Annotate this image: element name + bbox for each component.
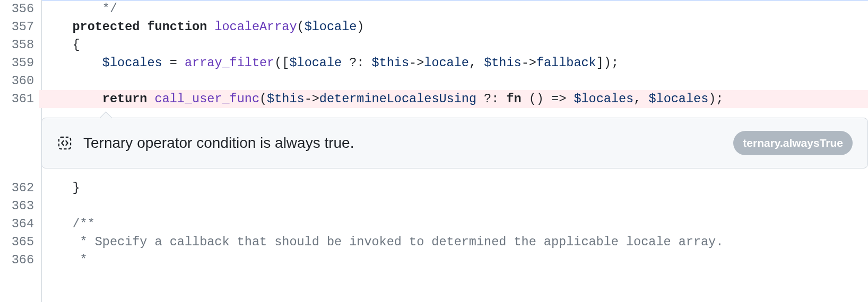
code-line[interactable]: 360 <box>0 72 868 90</box>
kw-protected: protected <box>72 20 140 34</box>
this: $this <box>372 56 410 70</box>
indent <box>42 2 102 16</box>
kw-return: return <box>102 92 147 106</box>
fn-arrow: => <box>551 92 566 106</box>
line-number: 361 <box>0 90 39 108</box>
line-number: 366 <box>0 251 39 269</box>
space <box>566 92 574 106</box>
line-content: return call_user_func($this->determineLo… <box>39 90 868 108</box>
code-viewer: 356 */ 357 protected function localeArra… <box>0 0 868 302</box>
member-fallback: fallback <box>536 56 596 70</box>
code-line[interactable]: 356 */ <box>0 0 868 18</box>
fn-array-filter: array_filter <box>185 56 274 70</box>
comment-close: */ <box>102 2 117 16</box>
code-scan-icon <box>57 135 73 151</box>
annotation-block: Ternary operator condition is always tru… <box>0 113 868 179</box>
indent <box>42 20 72 34</box>
arrow: -> <box>522 56 536 70</box>
line-content: $locales = array_filter([$locale ?: $thi… <box>39 54 868 72</box>
code-line-highlighted[interactable]: 361 return call_user_func($this->determi… <box>0 90 868 108</box>
member-locale: locale <box>424 56 469 70</box>
paren-open: ( <box>297 20 305 34</box>
equals: = <box>162 56 185 70</box>
arrow: -> <box>409 56 424 70</box>
doccomment-open: /** <box>72 217 94 231</box>
line-content: { <box>39 36 868 54</box>
code-line[interactable]: 359 $locales = array_filter([$locale ?: … <box>0 54 868 72</box>
svg-rect-0 <box>59 137 71 149</box>
code-line[interactable]: 358 { <box>0 36 868 54</box>
indent <box>42 181 72 195</box>
line-content: /** <box>39 215 868 233</box>
line-content: } <box>39 179 868 197</box>
code-line[interactable]: 357 protected function localeArray($loca… <box>0 18 868 36</box>
ternary: ?: <box>342 56 371 70</box>
line-number: 359 <box>0 54 39 72</box>
indent <box>42 56 102 70</box>
indent <box>42 92 102 106</box>
kw-fn: fn <box>506 92 521 106</box>
line-content: protected function localeArray($locale) <box>39 18 868 36</box>
var-locales: $locales <box>648 92 708 106</box>
line-number: 364 <box>0 215 39 233</box>
doccomment-star: * <box>72 253 87 267</box>
doccomment-line: * Specify a callback that should be invo… <box>72 235 723 249</box>
comma: , <box>633 92 648 106</box>
code-line[interactable]: 366 * <box>0 251 868 269</box>
fn-paren: () <box>522 92 551 106</box>
paren-open: ( <box>259 92 267 106</box>
brace-close: } <box>72 181 80 195</box>
ternary: ?: <box>476 92 506 106</box>
code-line[interactable]: 364 /** <box>0 215 868 233</box>
fn-call-user-func: call_user_func <box>155 92 259 106</box>
this: $this <box>484 56 522 70</box>
brackets-close: ]); <box>596 56 619 70</box>
annotation-rule-badge[interactable]: ternary.alwaysTrue <box>733 131 853 155</box>
this: $this <box>267 92 305 106</box>
annotation-message: Ternary operator condition is always tru… <box>83 134 354 152</box>
code-line[interactable]: 363 <box>0 197 868 215</box>
member-determine: determineLocalesUsing <box>319 92 476 106</box>
paren-close: ) <box>357 20 364 34</box>
brackets-open: ([ <box>274 56 289 70</box>
indent <box>42 38 72 52</box>
comma: , <box>469 56 484 70</box>
line-number: 360 <box>0 72 39 90</box>
line-number: 362 <box>0 179 39 197</box>
annotation-left: Ternary operator condition is always tru… <box>57 134 354 152</box>
param: $locale <box>305 20 357 34</box>
var-locales: $locales <box>574 92 633 106</box>
fn-name: localeArray <box>214 20 297 34</box>
kw-function: function <box>147 20 207 34</box>
code-line[interactable]: 362 } <box>0 179 868 197</box>
line-content: */ <box>39 0 868 18</box>
indent <box>42 235 72 249</box>
line-number: 365 <box>0 233 39 251</box>
spacer <box>0 108 868 113</box>
var-locales: $locales <box>102 56 162 70</box>
arrow: -> <box>305 92 319 106</box>
line-number: 356 <box>0 0 39 18</box>
brace-open: { <box>72 38 80 52</box>
indent <box>42 253 72 267</box>
line-content: * Specify a callback that should be invo… <box>39 233 868 251</box>
line-number: 357 <box>0 18 39 36</box>
paren-close: ); <box>708 92 723 106</box>
line-number: 363 <box>0 197 39 215</box>
indent <box>42 217 72 231</box>
line-content: * <box>39 251 868 269</box>
code-line[interactable]: 365 * Specify a callback that should be … <box>0 233 868 251</box>
var-locale: $locale <box>289 56 342 70</box>
line-number: 358 <box>0 36 39 54</box>
lint-annotation[interactable]: Ternary operator condition is always tru… <box>41 118 868 168</box>
code-area: 356 */ 357 protected function localeArra… <box>0 0 868 269</box>
